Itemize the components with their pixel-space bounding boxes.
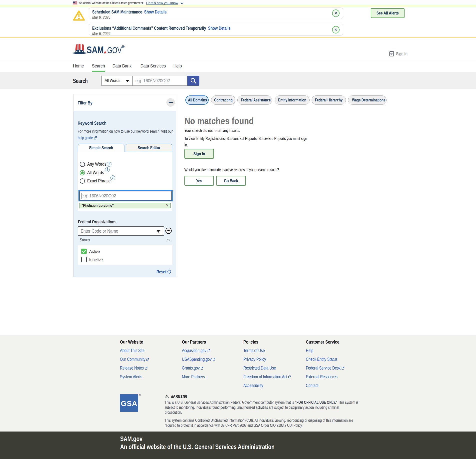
svg-text:R: R <box>122 45 124 48</box>
svg-text:SAM: SAM <box>87 45 104 55</box>
svg-text:GOV: GOV <box>107 45 122 55</box>
